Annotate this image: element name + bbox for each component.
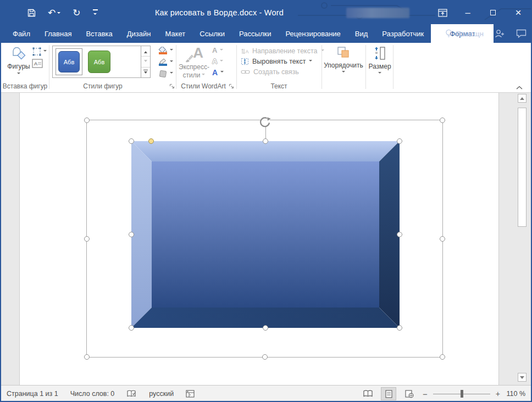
- group-separator: [393, 45, 394, 89]
- close-button[interactable]: ×: [506, 1, 531, 24]
- bevel-shape[interactable]: [131, 141, 400, 328]
- canvas-handle-bottom[interactable]: [262, 354, 268, 360]
- canvas-handle-left[interactable]: [84, 236, 90, 242]
- text-fill-button[interactable]: А: [212, 45, 224, 55]
- shape-styles-gallery[interactable]: Абв Абв: [52, 46, 141, 78]
- proofing-status-button[interactable]: [126, 390, 137, 398]
- tab-mailings[interactable]: Рассылки: [234, 24, 276, 43]
- scrollbar-down-button[interactable]: [518, 373, 527, 382]
- shape-outline-button[interactable]: [158, 57, 173, 67]
- group-separator: [322, 45, 322, 89]
- tab-layout[interactable]: Макет: [159, 24, 191, 43]
- text-effects-button[interactable]: А: [212, 67, 224, 77]
- zoom-level[interactable]: 110 %: [506, 390, 528, 398]
- gallery-scroll-up-button[interactable]: [141, 46, 150, 57]
- rotate-handle[interactable]: [259, 116, 271, 128]
- share-button[interactable]: [495, 29, 505, 38]
- tab-insert[interactable]: Вставка: [80, 24, 118, 43]
- ribbon-display-options-button[interactable]: [430, 1, 455, 24]
- arrange-button[interactable]: Упорядочить: [324, 46, 363, 74]
- maximize-button[interactable]: [480, 1, 506, 24]
- bevel-left-face: [131, 141, 152, 328]
- svg-text:A: A: [34, 61, 37, 66]
- wordart-dialog-launcher[interactable]: [229, 83, 234, 89]
- zoom-slider[interactable]: [433, 390, 490, 398]
- zoom-in-button[interactable]: +: [496, 389, 500, 398]
- align-text-button[interactable]: Выровнять текст: [241, 57, 324, 65]
- scrollbar-thumb[interactable]: [518, 108, 527, 227]
- page-indicator[interactable]: Страница 1 из 1: [7, 390, 58, 398]
- gallery-scroll-down-button[interactable]: [141, 57, 150, 67]
- canvas-handle-top-left[interactable]: [84, 118, 90, 123]
- bevel-center-face: [152, 161, 379, 308]
- comment-icon: [516, 29, 527, 38]
- canvas-handle-top-right[interactable]: [440, 118, 445, 123]
- tab-design[interactable]: Дизайн: [121, 24, 157, 43]
- gallery-more-button[interactable]: [141, 68, 150, 77]
- canvas-handle-bottom-left[interactable]: [84, 354, 90, 360]
- create-link-label: Создать связь: [253, 68, 299, 76]
- collapse-ribbon-icon: [516, 85, 523, 90]
- canvas-handle-right[interactable]: [440, 236, 445, 242]
- shape-handle-top-left[interactable]: [129, 138, 134, 144]
- tab-developer[interactable]: Разработчик: [376, 24, 429, 43]
- text-outline-button[interactable]: А: [212, 56, 224, 66]
- shape-style-blue[interactable]: Абв: [58, 51, 80, 72]
- maximize-icon: [490, 10, 496, 15]
- read-mode-button[interactable]: [360, 387, 375, 400]
- quick-styles-label-line2: стили: [183, 72, 201, 80]
- spellcheck-book-icon: [126, 390, 137, 398]
- shapes-icon: [11, 46, 26, 61]
- shape-handle-bottom[interactable]: [263, 325, 268, 331]
- feedback-button[interactable]: [516, 29, 527, 38]
- text-direction-button[interactable]: A Направление текста: [241, 47, 324, 55]
- scroll-up-arrow-icon: [520, 95, 524, 100]
- zoom-slider-thumb[interactable]: [461, 390, 463, 398]
- size-button[interactable]: Размер: [368, 46, 392, 75]
- ribbon-format-tab: Фигуры A Вставка фигур: [1, 43, 531, 93]
- shape-handle-bottom-right[interactable]: [397, 325, 402, 331]
- shape-fill-button[interactable]: [158, 46, 173, 55]
- tab-file[interactable]: Файл: [7, 24, 36, 43]
- text-box-button[interactable]: A: [32, 59, 43, 68]
- shape-handle-left[interactable]: [129, 232, 134, 237]
- align-text-label: Выровнять текст: [252, 58, 306, 65]
- window-controls: ─ ×: [430, 1, 531, 24]
- zoom-out-button[interactable]: −: [423, 389, 428, 399]
- shape-handle-right[interactable]: [397, 232, 402, 237]
- macro-recording-button[interactable]: [186, 390, 195, 398]
- tell-me-help-button[interactable]: Помощн: [445, 29, 484, 38]
- quick-styles-button[interactable]: А Экспресс- стили: [179, 46, 209, 80]
- canvas-handle-bottom-right[interactable]: [440, 354, 445, 360]
- word-count[interactable]: Число слов: 0: [70, 390, 115, 398]
- minimize-button[interactable]: ─: [455, 1, 480, 24]
- tab-references[interactable]: Ссылки: [194, 24, 230, 43]
- quick-styles-icon: А: [185, 46, 203, 63]
- tab-home[interactable]: Главная: [39, 24, 77, 43]
- tab-view[interactable]: Вид: [350, 24, 374, 43]
- shape-handle-top[interactable]: [263, 138, 268, 144]
- shape-style-green[interactable]: Абв: [88, 51, 110, 73]
- shape-adjust-handle[interactable]: [148, 138, 154, 144]
- shape-style-selected-frame[interactable]: Абв: [56, 48, 82, 75]
- web-layout-button[interactable]: [402, 387, 417, 400]
- tab-review[interactable]: Рецензирование: [280, 24, 346, 43]
- gallery-scroll-controls: [141, 46, 151, 78]
- create-link-button[interactable]: Создать связь: [241, 68, 324, 76]
- vertical-scrollbar[interactable]: [517, 93, 528, 385]
- svg-text:A: A: [246, 49, 249, 54]
- shape-effects-button[interactable]: [158, 69, 173, 79]
- text-group-rows: A Направление текста Выровнять текст: [241, 47, 324, 76]
- edit-shape-button[interactable]: [32, 47, 47, 57]
- quick-styles-label-line1: Экспресс-: [179, 64, 209, 71]
- scrollbar-up-button[interactable]: [518, 94, 527, 103]
- shapes-button[interactable]: Фигуры: [4, 46, 33, 76]
- person-add-icon: [495, 29, 505, 38]
- text-fill-icon: А: [212, 46, 217, 54]
- shape-styles-dialog-launcher[interactable]: [169, 83, 175, 89]
- shape-handle-top-right[interactable]: [397, 138, 402, 144]
- collapse-ribbon-button[interactable]: [516, 85, 523, 90]
- language-indicator[interactable]: русский: [149, 390, 174, 398]
- print-layout-button[interactable]: [381, 387, 396, 400]
- shape-handle-bottom-left[interactable]: [129, 325, 134, 331]
